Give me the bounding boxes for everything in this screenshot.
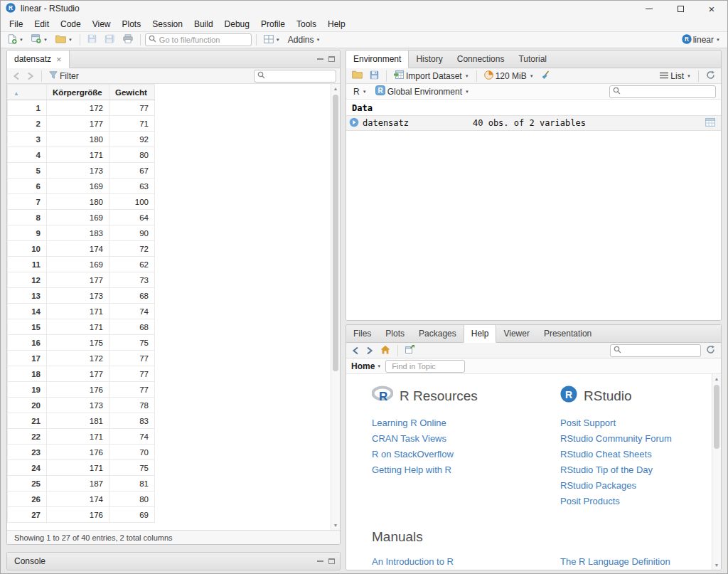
- open-file-button[interactable]: ▼: [53, 33, 75, 47]
- maximize-pane-icon[interactable]: [328, 558, 335, 564]
- help-link-learning-r-online[interactable]: Learning R Online: [372, 418, 560, 428]
- home-button[interactable]: [378, 344, 392, 357]
- import-dataset-button[interactable]: Import Dataset ▼: [392, 70, 471, 82]
- help-link-rstudio-tip-of-the-day[interactable]: RStudio Tip of the Day: [560, 464, 700, 475]
- maximize-icon: [678, 6, 684, 12]
- language-label: R: [353, 87, 360, 97]
- cell-value: 171: [47, 429, 109, 445]
- refresh-button[interactable]: [704, 344, 717, 357]
- environment-object-row[interactable]: datensatz 40 obs. of 2 variables: [346, 115, 721, 131]
- goto-file-input[interactable]: [159, 34, 251, 46]
- view-data-icon[interactable]: [705, 118, 715, 129]
- table-scrollbar[interactable]: ▲ ▼: [331, 84, 340, 530]
- addins-button[interactable]: Addins ▼: [285, 33, 323, 46]
- help-link-cran-task-views[interactable]: CRAN Task Views: [372, 433, 560, 444]
- memory-usage-button[interactable]: 120 MiB ▼: [482, 70, 536, 83]
- environment-search-input[interactable]: [623, 86, 715, 97]
- project-menu-button[interactable]: R linear ▼: [679, 33, 723, 48]
- svg-text:R: R: [379, 390, 387, 403]
- environment-scope-selector[interactable]: R Global Environment ▼: [373, 85, 471, 98]
- help-link-posit-support[interactable]: Posit Support: [560, 418, 700, 428]
- menu-help[interactable]: Help: [322, 18, 351, 31]
- minimize-pane-icon[interactable]: [317, 58, 323, 60]
- close-tab-icon[interactable]: ×: [56, 55, 62, 64]
- help-link-rstudio-packages[interactable]: RStudio Packages: [560, 480, 700, 491]
- menu-build[interactable]: Build: [188, 18, 219, 31]
- load-workspace-button[interactable]: [350, 70, 365, 82]
- forward-button[interactable]: [364, 346, 375, 356]
- help-link-the-r-language-definition[interactable]: The R Language Definition: [560, 556, 700, 567]
- close-button[interactable]: ×: [696, 1, 727, 16]
- pane-layout-button[interactable]: ▼: [261, 33, 283, 47]
- help-search-input[interactable]: [623, 345, 700, 356]
- column-header[interactable]: Körpergröße: [47, 85, 109, 100]
- help-link-rstudio-cheat-sheets[interactable]: RStudio Cheat Sheets: [560, 449, 700, 459]
- tab-viewer[interactable]: Viewer: [496, 325, 536, 342]
- scroll-down-icon[interactable]: ▼: [712, 560, 721, 570]
- goto-file-search: [145, 33, 252, 46]
- scrollbar-thumb[interactable]: [714, 385, 719, 449]
- save-workspace-button[interactable]: [368, 70, 381, 83]
- scroll-down-icon[interactable]: ▼: [331, 521, 340, 530]
- menu-plots[interactable]: Plots: [117, 18, 147, 31]
- help-home-selector[interactable]: Home ▼: [351, 361, 381, 371]
- tab-plots[interactable]: Plots: [378, 325, 412, 342]
- expand-object-icon[interactable]: [349, 117, 359, 129]
- tab-help[interactable]: Help: [464, 325, 497, 343]
- refresh-button[interactable]: [704, 70, 717, 83]
- open-new-window-button[interactable]: [403, 344, 417, 356]
- back-button[interactable]: [350, 346, 361, 356]
- menu-view[interactable]: View: [87, 18, 117, 31]
- help-link-r-on-stackoverflow[interactable]: R on StackOverflow: [372, 449, 560, 459]
- rstudio-window: R linear - RStudio × FileEditCodeViewPlo…: [0, 0, 728, 574]
- new-project-button[interactable]: ▼: [28, 33, 50, 47]
- forward-button[interactable]: [25, 71, 36, 81]
- clear-objects-button[interactable]: [539, 70, 552, 83]
- new-file-button[interactable]: ▼: [5, 33, 26, 48]
- menu-profile[interactable]: Profile: [255, 18, 291, 31]
- minimize-button[interactable]: [633, 1, 665, 16]
- list-view-button[interactable]: List ▼: [658, 70, 693, 82]
- scrollbar-thumb[interactable]: [333, 95, 338, 371]
- rstudio-logo-icon: R: [560, 386, 577, 406]
- print-button[interactable]: [120, 33, 136, 47]
- language-selector[interactable]: R ▼: [351, 86, 369, 97]
- row-number-header[interactable]: ▲: [8, 85, 47, 100]
- toolbar-separator: [397, 345, 398, 356]
- tab-history[interactable]: History: [409, 51, 449, 68]
- find-in-topic-input[interactable]: [389, 361, 464, 372]
- cell-value: 100: [109, 194, 155, 210]
- minimize-pane-icon[interactable]: [317, 560, 323, 562]
- menu-edit[interactable]: Edit: [28, 18, 55, 31]
- save-all-button[interactable]: [102, 33, 118, 47]
- menu-tools[interactable]: Tools: [291, 18, 322, 31]
- table-row: 318092: [8, 132, 155, 147]
- menu-debug[interactable]: Debug: [219, 18, 255, 31]
- tab-tutorial[interactable]: Tutorial: [511, 51, 554, 68]
- tab-presentation[interactable]: Presentation: [537, 325, 599, 342]
- console-header[interactable]: Console: [7, 553, 340, 570]
- tab-datensatz[interactable]: datensatz ×: [7, 51, 70, 68]
- table-row: 2417175: [8, 460, 155, 476]
- menu-code[interactable]: Code: [55, 18, 87, 31]
- maximize-button[interactable]: [665, 1, 696, 16]
- tab-connections[interactable]: Connections: [450, 51, 512, 68]
- save-button[interactable]: [85, 33, 100, 47]
- scroll-up-icon[interactable]: ▲: [712, 374, 721, 383]
- scroll-up-icon[interactable]: ▲: [331, 84, 340, 93]
- tab-environment[interactable]: Environment: [346, 51, 409, 68]
- help-link-getting-help-with-r[interactable]: Getting Help with R: [372, 464, 560, 475]
- help-link-posit-products[interactable]: Posit Products: [560, 496, 700, 506]
- back-button[interactable]: [11, 71, 22, 81]
- help-link-an-introduction-to-r[interactable]: An Introduction to R: [372, 556, 560, 567]
- column-header[interactable]: Gewicht: [109, 85, 155, 100]
- table-search-input[interactable]: [267, 70, 336, 82]
- help-link-rstudio-community-forum[interactable]: RStudio Community Forum: [560, 433, 700, 444]
- filter-button[interactable]: Filter: [47, 70, 81, 82]
- tab-files[interactable]: Files: [346, 325, 378, 342]
- help-scrollbar[interactable]: ▲ ▼: [712, 374, 721, 570]
- menu-file[interactable]: File: [4, 18, 28, 31]
- menu-session[interactable]: Session: [146, 18, 188, 31]
- tab-packages[interactable]: Packages: [412, 325, 464, 342]
- maximize-pane-icon[interactable]: [328, 56, 335, 62]
